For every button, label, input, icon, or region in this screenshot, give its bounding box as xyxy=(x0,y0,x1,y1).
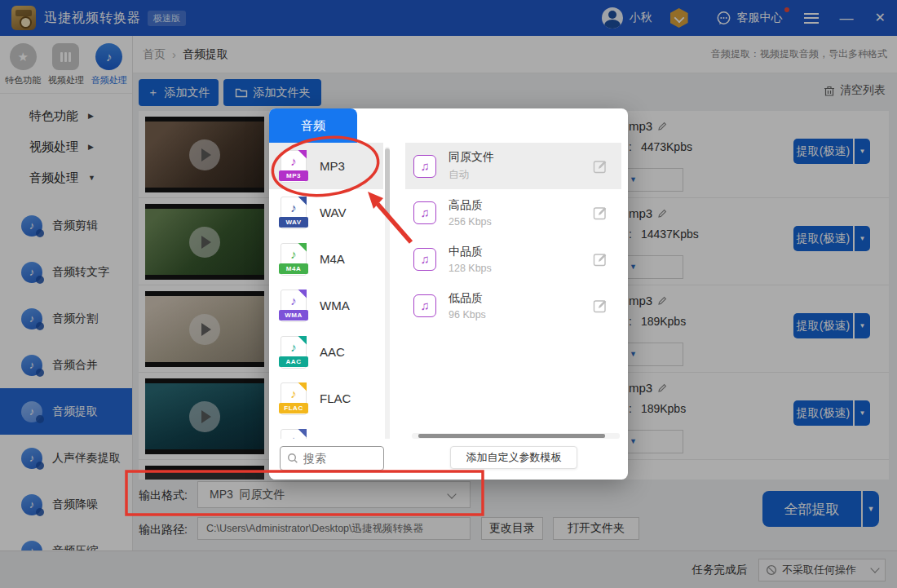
preset-subtitle: 128 Kbps xyxy=(448,263,492,274)
m4a-file-icon: ♪ M4A xyxy=(281,243,307,276)
add-custom-template-button[interactable]: 添加自定义参数模板 xyxy=(450,446,577,469)
preset-title: 低品质 xyxy=(448,291,486,306)
app-window: 迅捷视频转换器 极速版 小秋 客服中心 — ✕ ★ 特色功能 视频处理 xyxy=(0,0,897,588)
format-name: FLAC xyxy=(320,391,351,405)
format-item-flac[interactable]: ♪ FLAC FLAC xyxy=(269,375,383,422)
format-item-m4a[interactable]: ♪ M4A M4A xyxy=(269,236,383,282)
wav-file-icon: ♪ WAV xyxy=(281,197,307,229)
preset-title: 同原文件 xyxy=(448,150,494,165)
preset-subtitle: 256 Kbps xyxy=(448,216,492,228)
edit-icon[interactable] xyxy=(593,298,608,313)
edit-icon[interactable] xyxy=(593,205,608,220)
edit-icon[interactable] xyxy=(593,158,608,174)
format-list-scrollbar[interactable] xyxy=(385,147,390,465)
preset-subtitle: 96 Kbps xyxy=(448,309,486,321)
format-name: M4A xyxy=(320,252,345,266)
music-note-icon: ♫ xyxy=(413,294,436,317)
format-name: WAV xyxy=(320,206,347,219)
wma-file-icon: ♪ WMA xyxy=(281,290,307,322)
preset-item-medium[interactable]: ♫ 中品质 128 Kbps xyxy=(405,236,621,282)
mp3-file-icon: ♪ MP3 xyxy=(281,150,307,183)
format-item-wav[interactable]: ♪ WAV WAV xyxy=(269,189,383,236)
format-item-aac[interactable]: ♪ AAC AAC xyxy=(269,329,383,375)
tab-audio-formats[interactable]: 音频 xyxy=(269,108,357,143)
format-picker-popup: 音频 ♪ MP3 MP3 ♪ WAV WAV xyxy=(269,108,628,480)
format-search-input[interactable] xyxy=(303,447,381,469)
format-search-box[interactable] xyxy=(280,446,384,471)
music-note-icon: ♫ xyxy=(413,155,436,178)
preset-item-low[interactable]: ♫ 低品质 96 Kbps xyxy=(405,282,621,329)
search-icon xyxy=(287,453,298,464)
music-note-icon: ♫ xyxy=(413,248,436,271)
preset-item-original[interactable]: ♫ 同原文件 自动 xyxy=(405,143,621,189)
format-item-wma[interactable]: ♪ WMA WMA xyxy=(269,282,383,329)
format-name: MP3 xyxy=(320,159,345,173)
format-name: AAC xyxy=(320,345,345,359)
edit-icon[interactable] xyxy=(593,251,608,267)
preset-list: ♫ 同原文件 自动 ♫ 高品质 256 Kbps xyxy=(405,143,621,329)
format-item-mp3[interactable]: ♪ MP3 MP3 xyxy=(269,143,383,189)
preset-title: 高品质 xyxy=(448,198,492,213)
aac-file-icon: ♪ AAC xyxy=(281,336,307,369)
search-area xyxy=(269,439,400,480)
preset-title: 中品质 xyxy=(448,245,492,259)
music-note-icon: ♫ xyxy=(413,201,436,224)
preset-subtitle: 自动 xyxy=(448,168,494,182)
preset-item-high[interactable]: ♫ 高品质 256 Kbps xyxy=(405,189,621,236)
preset-horizontal-scrollbar[interactable] xyxy=(412,433,620,439)
format-name: WMA xyxy=(320,298,350,312)
flac-file-icon: ♪ FLAC xyxy=(281,382,307,415)
format-list: ♪ MP3 MP3 ♪ WAV WAV ♪ M4A M4A xyxy=(269,143,383,468)
